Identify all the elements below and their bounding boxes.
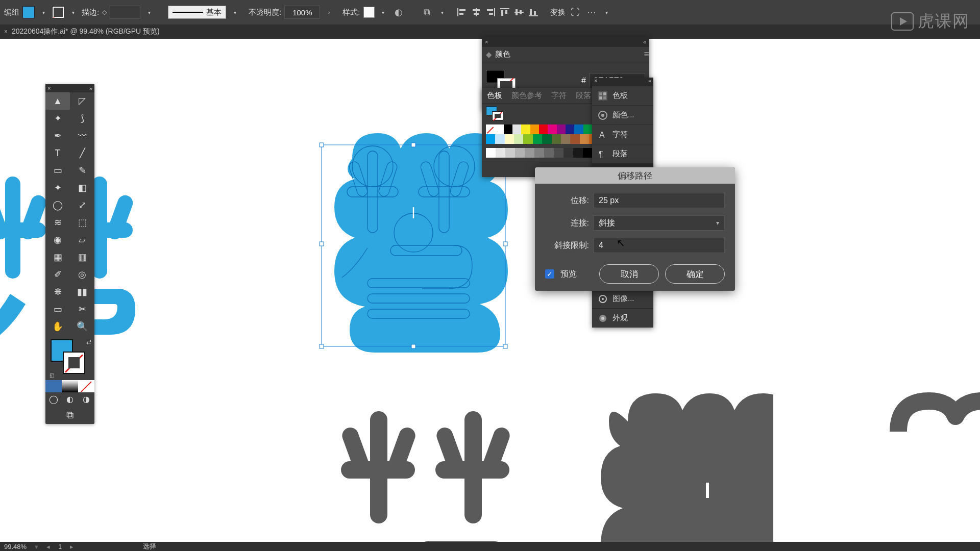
fill-stroke-block[interactable]: ⇄ ◱ — [45, 335, 94, 380]
default-fill-stroke-icon[interactable]: ◱ — [50, 372, 54, 378]
swatch-proxy[interactable] — [486, 106, 503, 120]
rotate-tool[interactable]: ◯ — [45, 196, 70, 214]
swatch-gray[interactable] — [486, 148, 496, 158]
style-dropdown-icon[interactable]: ▾ — [378, 7, 389, 18]
eraser-tool[interactable]: ◧ — [70, 179, 94, 196]
hand-tool[interactable]: ✋ — [45, 318, 70, 335]
swatch-gray[interactable] — [525, 148, 534, 158]
swatch[interactable] — [514, 134, 523, 144]
swatch-gray[interactable] — [544, 148, 554, 158]
draw-normal-icon[interactable]: ◯ — [45, 392, 62, 406]
mesh-tool[interactable]: ▦ — [45, 248, 70, 266]
align-hcenter-icon[interactable] — [470, 7, 483, 18]
graphic-style-swatch[interactable] — [363, 7, 375, 18]
paragraph-tab[interactable]: 段落 — [576, 91, 591, 101]
line-tool[interactable]: ╱ — [70, 144, 94, 162]
eyedropper-tool[interactable]: ✐ — [45, 266, 70, 283]
panel-close-icon[interactable]: × — [485, 39, 488, 45]
toolbox-menu-icon[interactable]: » — [89, 85, 92, 91]
swatch-gray[interactable] — [573, 148, 583, 158]
scale-tool[interactable]: ⤢ — [70, 196, 94, 214]
swatch[interactable] — [557, 124, 566, 134]
isolate-icon[interactable]: ⛶ — [569, 6, 582, 19]
align-top-icon[interactable] — [498, 7, 511, 18]
swatch[interactable] — [495, 134, 504, 144]
align-right-icon[interactable] — [484, 7, 497, 18]
zoom-level[interactable]: 99.48% — [4, 543, 27, 550]
swatch[interactable] — [521, 124, 530, 134]
crop-icon[interactable]: ⧉ — [421, 6, 434, 19]
stroke-profile-select[interactable]: 基本 — [168, 6, 226, 19]
swatch-gray[interactable] — [534, 148, 544, 158]
fill-swatch[interactable] — [22, 6, 35, 18]
draw-inside-icon[interactable]: ◑ — [78, 392, 94, 406]
curvature-tool[interactable]: 〰 — [70, 127, 94, 144]
swatch-gray[interactable] — [515, 148, 525, 158]
stack-close-icon[interactable]: × — [594, 78, 597, 86]
swatch[interactable] — [486, 134, 495, 144]
swatch[interactable] — [530, 124, 539, 134]
swatch[interactable] — [539, 124, 548, 134]
gradient-tool[interactable]: ▥ — [70, 248, 94, 266]
swatch-gray[interactable] — [554, 148, 564, 158]
character-tab[interactable]: 字符 — [551, 91, 567, 101]
magic-wand-tool[interactable]: ✦ — [45, 110, 70, 127]
offset-input[interactable]: 25 px — [593, 193, 725, 208]
swatch[interactable] — [566, 124, 574, 134]
swatch[interactable] — [561, 134, 570, 144]
panel-char[interactable]: A字符 — [592, 124, 653, 144]
preview-checkbox[interactable]: ✓ — [545, 269, 554, 279]
color-guide-tab[interactable]: 颜色参考 — [511, 91, 542, 101]
swatch[interactable] — [552, 134, 561, 144]
panel-image-trace[interactable]: 图像... — [592, 289, 653, 308]
swatch[interactable] — [570, 134, 579, 144]
more-icon[interactable]: ⋯ — [585, 6, 598, 19]
swatch[interactable] — [574, 124, 583, 134]
paintbrush-tool[interactable]: ✎ — [70, 162, 94, 179]
blend-tool[interactable]: ◎ — [70, 266, 94, 283]
cancel-button[interactable]: 取消 — [599, 264, 659, 284]
opacity-field[interactable]: 100% — [284, 6, 320, 19]
symbol-sprayer-tool[interactable]: ❋ — [45, 283, 70, 300]
swatch-gray[interactable] — [583, 148, 593, 158]
toolbox-close-icon[interactable]: × — [47, 85, 51, 91]
swatch-none[interactable] — [486, 124, 495, 134]
stroke-weight-dropdown-icon[interactable]: ▾ — [143, 7, 155, 18]
swatch-gray[interactable] — [564, 148, 573, 158]
color-mode-none[interactable] — [78, 380, 94, 392]
color-mode-solid[interactable] — [45, 380, 62, 392]
swatch[interactable] — [504, 124, 512, 134]
align-left-icon[interactable] — [455, 7, 469, 18]
direct-selection-tool[interactable]: ◸ — [70, 92, 94, 110]
color-mode-gradient[interactable] — [62, 380, 78, 392]
swatch[interactable] — [548, 124, 556, 134]
slice-tool[interactable]: ✂ — [70, 300, 94, 318]
document-tab-title[interactable]: 20220604操作.ai* @ 99.48% (RGB/GPU 预览) — [12, 27, 160, 36]
swatch[interactable] — [583, 124, 592, 134]
swatch[interactable] — [512, 124, 521, 134]
swatch-gray[interactable] — [496, 148, 505, 158]
swatch[interactable] — [505, 134, 514, 144]
panel-menu-icon[interactable]: ≡ — [644, 49, 649, 60]
stroke-dropdown-icon[interactable]: ▾ — [67, 7, 79, 18]
miter-limit-input[interactable]: 4 — [593, 238, 725, 253]
type-tool[interactable]: T — [45, 144, 70, 162]
close-tab-icon[interactable]: × — [4, 28, 8, 35]
artboard-nav[interactable]: 1 — [58, 543, 62, 550]
color-panel-tab[interactable]: 颜色 — [495, 49, 510, 59]
rectangle-tool[interactable]: ▭ — [45, 162, 70, 179]
align-vcenter-icon[interactable] — [512, 7, 526, 18]
stroke-weight-field[interactable] — [110, 6, 140, 19]
width-tool[interactable]: ≋ — [45, 214, 70, 231]
swatch-gray[interactable] — [505, 148, 515, 158]
panel-color-guide[interactable]: 颜色... — [592, 105, 653, 124]
screen-mode-icon[interactable]: ⧉ — [45, 406, 94, 424]
shape-builder-tool[interactable]: ◉ — [45, 231, 70, 248]
recolor-icon[interactable]: ◐ — [392, 6, 405, 19]
artboard-tool[interactable]: ▭ — [45, 300, 70, 318]
stroke-swatch[interactable] — [52, 6, 64, 18]
shaper-tool[interactable]: ✦ — [45, 179, 70, 196]
panel-collapse-icon[interactable]: « — [643, 39, 646, 45]
swap-fill-stroke-icon[interactable]: ⇄ — [86, 338, 91, 345]
graph-tool[interactable]: ▮▮ — [70, 283, 94, 300]
